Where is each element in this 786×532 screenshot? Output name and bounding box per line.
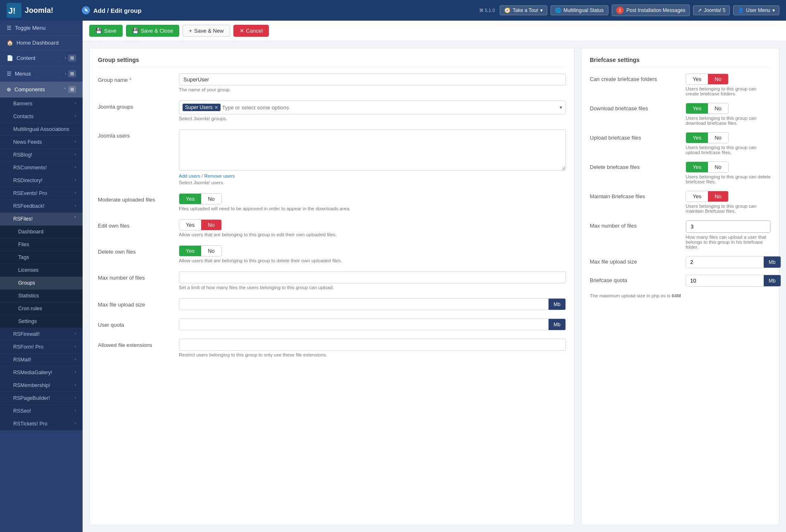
maintain-yes-button[interactable]: Yes: [686, 191, 708, 202]
components-grid-button[interactable]: ⊞: [68, 86, 76, 93]
chevron-right-icon: ›: [75, 357, 76, 361]
joomla-users-textarea[interactable]: [179, 129, 566, 171]
toggle-menu-item[interactable]: ☰ Toggle Menu: [0, 21, 83, 36]
edit-own-row: Edit own files Yes No Allow users that a…: [98, 219, 566, 237]
joomla-groups-hint: Select Joomla! groups.: [179, 116, 566, 121]
download-no-button[interactable]: No: [708, 103, 728, 114]
sidebar-item-rsform[interactable]: RSForm! Pro ›: [0, 341, 83, 354]
menus-item[interactable]: ☰ Menus › ⊞: [0, 66, 83, 82]
sidebar-item-cron-rules[interactable]: Cron rules: [0, 302, 83, 315]
maintain-no-button[interactable]: No: [708, 191, 728, 202]
sidebar-item-rsmembership[interactable]: RSMembership! ›: [0, 379, 83, 392]
save-close-button[interactable]: 💾 Save & Close: [126, 25, 180, 37]
sidebar-item-rsfiles[interactable]: RSFiles! ˅: [0, 213, 83, 226]
sidebar-item-rsevents[interactable]: RSEvents! Pro ›: [0, 187, 83, 200]
max-files-hint: Set a limit of how many files the users …: [179, 285, 566, 290]
moderate-yes-button[interactable]: Yes: [179, 194, 201, 204]
sidebar-item-rsblog[interactable]: RSBlog! ›: [0, 149, 83, 162]
joomla5-button[interactable]: ↗ Joomla! 5: [693, 5, 730, 15]
sidebar-item-rsfeedback[interactable]: RSFeedback! ›: [0, 200, 83, 213]
max-upload-size-suffix: Mb: [549, 299, 565, 310]
sidebar-item-rscomments[interactable]: RSComments! ›: [0, 162, 83, 174]
sidebar-item-rstickets[interactable]: RSTickets! Pro ›: [0, 418, 83, 430]
briefcase-max-files-control: How many files can upload a user that be…: [686, 220, 771, 249]
max-files-input[interactable]: [179, 271, 566, 283]
components-submenu: Banners › Contacts › Multilingual Associ…: [0, 97, 83, 430]
cancel-button[interactable]: ✕ Cancel: [233, 25, 269, 37]
sidebar-item-contacts[interactable]: Contacts ›: [0, 110, 83, 123]
sidebar-item-rsmedia[interactable]: RSMediaGallery! ›: [0, 366, 83, 379]
add-users-link[interactable]: Add users: [179, 173, 200, 178]
sidebar-item-statistics[interactable]: Statistics: [0, 290, 83, 302]
chevron-down-icon: ▾: [772, 7, 775, 13]
sidebar-item-banners[interactable]: Banners ›: [0, 97, 83, 110]
sidebar-item-rsmail[interactable]: RSMail! ›: [0, 354, 83, 366]
sidebar-item-rsseo[interactable]: RSSeo! ›: [0, 405, 83, 418]
chevron-right-icon: ›: [75, 190, 76, 195]
take-a-tour-button[interactable]: 🧭 Take a Tour ▾: [500, 5, 547, 15]
sidebar-item-newsfeeds[interactable]: News Feeds ›: [0, 136, 83, 149]
user-quota-input[interactable]: [179, 319, 549, 330]
content-grid-button[interactable]: ⊞: [68, 55, 76, 62]
sidebar-item-tags[interactable]: Tags: [0, 251, 83, 264]
briefcase-max-files-input[interactable]: [686, 221, 770, 233]
sidebar-item-settings[interactable]: Settings: [0, 315, 83, 328]
max-files-row: Max number of files Set a limit of how m…: [98, 271, 566, 290]
sidebar-item-groups[interactable]: Groups: [0, 277, 83, 290]
delete-briefcase-yes-button[interactable]: Yes: [686, 162, 708, 172]
joomla-groups-tag-input[interactable]: Super Users ✕ ▾: [179, 100, 566, 114]
sidebar-item-rsfirewall[interactable]: RSFirewall! ›: [0, 328, 83, 341]
edit-own-no-button[interactable]: No: [201, 220, 221, 230]
content-item[interactable]: 📄 Content › ⊞: [0, 50, 83, 66]
delete-own-yes-button[interactable]: Yes: [179, 246, 201, 256]
delete-briefcase-hint: Users belonging to this group can delete…: [686, 174, 771, 184]
php-ini-hint: The maximum upload size in php.ini is 64…: [590, 293, 771, 298]
delete-own-no-button[interactable]: No: [201, 246, 221, 256]
group-name-label: Group name *: [98, 74, 172, 83]
sidebar-item-files[interactable]: Files: [0, 238, 83, 251]
sidebar-item-dashboard[interactable]: Dashboard: [0, 226, 83, 238]
sidebar-item-rsdirectory[interactable]: RSDirectory! ›: [0, 174, 83, 187]
save-button[interactable]: 💾 Save: [89, 25, 123, 37]
create-folders-control: Yes No Users belonging to this group can…: [686, 74, 771, 96]
upload-toggle: Yes No: [686, 132, 729, 143]
chevron-right-icon: ›: [75, 139, 76, 144]
menus-grid-button[interactable]: ⊞: [68, 70, 76, 77]
briefcase-max-files-hint: How many files can upload a user that be…: [686, 235, 771, 249]
save-new-button[interactable]: + Save & New: [183, 25, 230, 37]
moderate-no-button[interactable]: No: [201, 194, 221, 204]
svg-text:J!: J!: [8, 6, 16, 15]
max-upload-size-input[interactable]: [179, 299, 549, 310]
sidebar-item-rspagebuilder[interactable]: RSPageBuilder! ›: [0, 392, 83, 405]
delete-briefcase-no-button[interactable]: No: [708, 162, 728, 172]
upload-no-button[interactable]: No: [708, 133, 728, 143]
menus-icon: ☰: [7, 71, 12, 77]
briefcase-quota-input[interactable]: [686, 275, 764, 286]
delete-own-row: Delete own files Yes No Allow users that…: [98, 245, 566, 263]
remove-users-link[interactable]: Remove users: [204, 173, 235, 178]
create-folders-no-button[interactable]: No: [708, 74, 728, 84]
sidebar-item-multilingual[interactable]: Multilingual Associations: [0, 123, 83, 136]
joomla-users-links: Add users / Remove users: [179, 173, 566, 178]
tag-remove-icon[interactable]: ✕: [214, 105, 218, 110]
group-name-input[interactable]: [179, 74, 566, 86]
group-settings-panel: Group settings Group name * The name of …: [89, 48, 575, 525]
user-menu-button[interactable]: 👤 User Menu ▾: [733, 5, 779, 15]
joomla-groups-input[interactable]: [222, 104, 558, 111]
home-dashboard-item[interactable]: 🏠 Home Dashboard: [0, 36, 83, 50]
dropdown-chevron-icon[interactable]: ▾: [560, 104, 562, 110]
allowed-extensions-input[interactable]: [179, 339, 566, 351]
briefcase-max-upload-input[interactable]: [686, 256, 764, 268]
components-item[interactable]: ⊕ Components ˅ ⊞: [0, 82, 83, 97]
download-yes-button[interactable]: Yes: [686, 103, 708, 114]
edit-icon: ✎: [82, 6, 90, 14]
multilingual-status-button[interactable]: 🌐 Multilingual Status: [551, 5, 608, 15]
create-folders-label: Can create briefcase folders: [590, 74, 681, 82]
chevron-right-icon: ›: [75, 114, 76, 118]
upload-yes-button[interactable]: Yes: [686, 133, 708, 143]
create-folders-yes-button[interactable]: Yes: [686, 74, 708, 84]
delete-own-hint: Allow users that are belonging to this g…: [179, 258, 566, 263]
edit-own-yes-button[interactable]: Yes: [179, 220, 201, 230]
post-installation-button[interactable]: 3 Post Installation Messages: [612, 5, 690, 16]
sidebar-item-licenses[interactable]: Licenses: [0, 264, 83, 277]
